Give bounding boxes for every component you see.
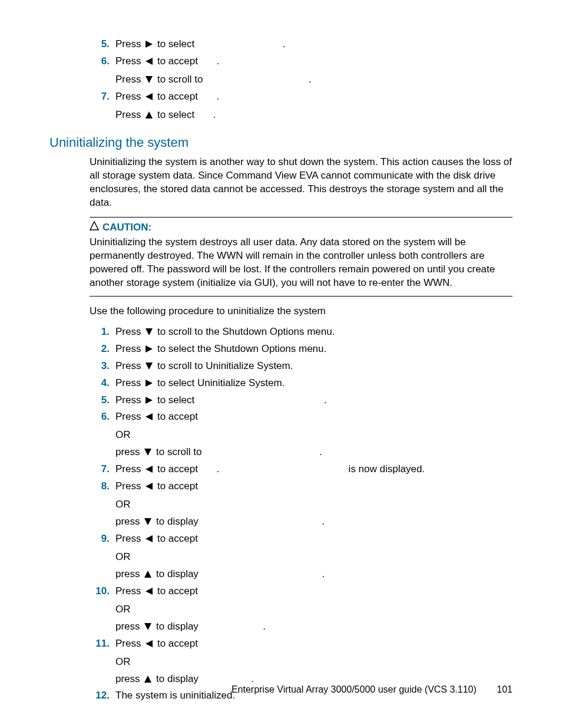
down-arrow-icon: [145, 74, 153, 88]
step-number: 10.: [95, 585, 110, 598]
right-arrow-icon: [145, 344, 153, 357]
down-arrow-icon: [145, 327, 153, 340]
text: .: [309, 74, 312, 85]
left-arrow-icon: [145, 411, 153, 425]
text: .: [213, 109, 216, 120]
step-number: 11.: [95, 637, 110, 651]
text: to display: [156, 516, 199, 527]
text: to select Uninitialize System.: [157, 377, 285, 388]
text: .: [283, 38, 286, 50]
left-arrow-icon: [145, 638, 153, 652]
caution-paragraph: Uninitializing the system destroys all u…: [90, 236, 513, 290]
text: .: [263, 621, 266, 632]
divider: [90, 217, 513, 218]
text: Press: [115, 480, 141, 492]
list-item: 10. Press to accept OR press to display …: [90, 585, 513, 635]
list-item: 1. Press to scroll to the Shutdown Optio…: [90, 325, 513, 340]
svg-marker-21: [144, 676, 151, 683]
text: .: [216, 463, 219, 475]
text: press: [115, 446, 140, 457]
or-text: OR: [115, 551, 513, 564]
step-number: 2.: [95, 342, 110, 356]
svg-marker-1: [146, 58, 153, 65]
text: .: [216, 55, 219, 67]
step-content: Press to accept . Press to select .: [115, 90, 513, 123]
list-item: 4. Press to select Uninitialize System.: [90, 377, 513, 391]
text: .: [322, 568, 325, 579]
text: Press: [115, 394, 141, 406]
caution-heading: CAUTION:: [90, 221, 513, 235]
list-item: 6. Press to accept . Press to scroll to …: [90, 55, 513, 88]
text: to accept: [157, 91, 198, 102]
text: Press: [115, 585, 141, 597]
text: is now displayed.: [349, 463, 425, 475]
text: to scroll to: [157, 74, 203, 85]
step-number: 5.: [95, 38, 110, 51]
text: press: [115, 673, 140, 684]
text: to scroll to Uninitialize System.: [157, 360, 293, 371]
section-heading: Uninitializing the system: [49, 134, 513, 151]
left-arrow-icon: [145, 586, 153, 599]
or-text: OR: [115, 429, 513, 442]
text: Press: [115, 326, 141, 337]
list-item: 9. Press to accept OR press to display .: [90, 532, 513, 582]
text: Press: [115, 463, 141, 475]
page: 5. Press to select . 6. Press to accept …: [0, 0, 562, 728]
svg-marker-4: [146, 111, 153, 118]
svg-marker-16: [146, 535, 153, 542]
svg-marker-15: [144, 518, 151, 525]
step-number: 6.: [95, 410, 110, 424]
continuation-list: 5. Press to select . 6. Press to accept …: [90, 38, 513, 123]
down-arrow-icon: [144, 621, 152, 635]
text: to select: [157, 394, 194, 406]
svg-marker-5: [90, 222, 98, 230]
text: to scroll to the Shutdown Options menu.: [157, 326, 335, 337]
text: .: [322, 516, 325, 527]
text: .: [324, 394, 327, 406]
text: press: [115, 621, 140, 632]
svg-marker-10: [146, 397, 153, 404]
svg-marker-12: [144, 449, 151, 456]
svg-marker-2: [146, 76, 153, 83]
procedure-intro: Use the following procedure to uninitial…: [90, 305, 513, 318]
down-arrow-icon: [144, 516, 152, 530]
list-item: 8. Press to accept OR press to display .: [90, 480, 513, 530]
page-footer: Enterprise Virtual Array 3000/5000 user …: [49, 683, 513, 696]
text: .: [251, 673, 254, 684]
text: to display: [156, 621, 199, 632]
list-item: 3. Press to scroll to Uninitialize Syste…: [90, 360, 513, 374]
down-arrow-icon: [144, 447, 152, 460]
svg-marker-6: [146, 328, 153, 335]
text: Press: [115, 533, 141, 544]
right-arrow-icon: [145, 378, 153, 391]
text: to accept: [157, 480, 198, 492]
divider: [90, 296, 513, 297]
text: to display: [156, 673, 199, 684]
right-arrow-icon: [145, 395, 153, 409]
list-item: 7. Press to accept . Press to select .: [90, 90, 513, 123]
list-item: 7. Press to accept . is now displayed.: [90, 463, 513, 477]
svg-marker-9: [146, 380, 153, 387]
right-arrow-icon: [145, 39, 153, 52]
list-item: 11. Press to accept OR press to display …: [90, 637, 513, 687]
text: to accept: [157, 533, 198, 544]
step-number: 9.: [95, 532, 110, 546]
procedure-list: 1. Press to scroll to the Shutdown Optio…: [90, 325, 513, 703]
left-arrow-icon: [145, 481, 153, 495]
svg-marker-0: [146, 41, 153, 48]
svg-marker-14: [146, 483, 153, 490]
text: Press: [115, 109, 141, 120]
or-text: OR: [115, 655, 513, 669]
text: Press: [115, 411, 141, 422]
step-number: 8.: [95, 480, 110, 493]
text: to accept: [157, 638, 198, 649]
svg-marker-3: [146, 93, 153, 100]
list-item: 5. Press to select .: [90, 394, 513, 409]
text: press: [115, 516, 140, 527]
text: Press: [115, 638, 141, 649]
or-text: OR: [115, 498, 513, 512]
text: Press: [115, 377, 141, 388]
text: .: [319, 446, 322, 457]
svg-marker-18: [146, 588, 153, 595]
text: to select: [157, 109, 194, 120]
